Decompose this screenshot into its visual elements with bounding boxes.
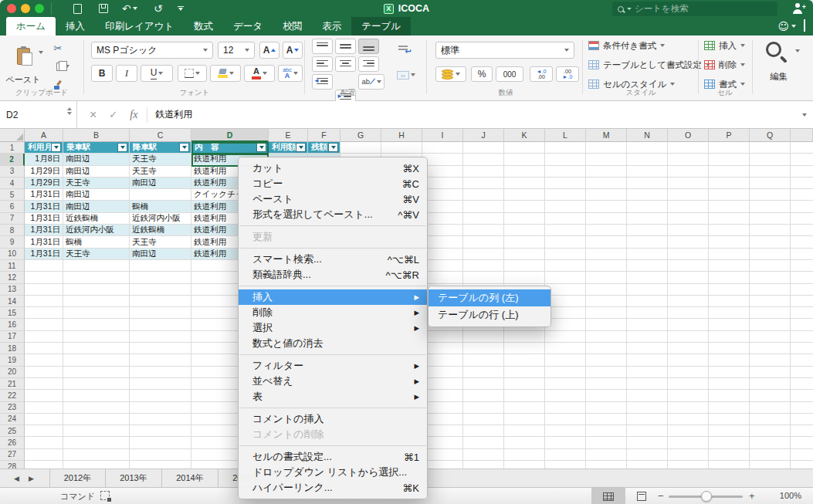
cell-C19[interactable] — [130, 354, 191, 366]
cell-B3[interactable]: 南田辺 — [63, 166, 130, 178]
cell-I28[interactable] — [422, 461, 463, 468]
filter-button[interactable] — [51, 143, 61, 152]
cell-K1[interactable] — [504, 142, 545, 154]
cell-J21[interactable] — [463, 378, 504, 390]
number-format-combo[interactable]: 標準 — [435, 42, 574, 59]
cell-N14[interactable] — [627, 296, 668, 307]
cell-N24[interactable] — [627, 414, 668, 425]
cell-A21[interactable] — [25, 378, 63, 390]
cell-J22[interactable] — [463, 390, 504, 401]
cell-Q2[interactable] — [750, 154, 791, 165]
cell-O28[interactable] — [668, 461, 709, 468]
cell-M17[interactable] — [586, 331, 627, 343]
cell-A27[interactable] — [25, 449, 63, 461]
cell-P6[interactable] — [709, 201, 750, 212]
name-box-stepper[interactable] — [67, 107, 72, 115]
zoom-slider-knob[interactable] — [701, 491, 712, 502]
cell-K25[interactable] — [504, 425, 545, 437]
cell-L25[interactable] — [545, 425, 586, 437]
row-header-8[interactable]: 8 — [0, 225, 25, 236]
context-menu-item-0[interactable]: カット⌘X — [239, 161, 427, 176]
row-header-26[interactable]: 26 — [0, 437, 25, 448]
cell-K6[interactable] — [504, 201, 545, 212]
cell-M21[interactable] — [586, 378, 627, 390]
cell-B16[interactable] — [63, 319, 130, 330]
cell-I6[interactable] — [422, 201, 463, 212]
cell-P5[interactable] — [709, 189, 750, 201]
increase-decimal-button[interactable]: ◄.0.00 — [530, 66, 553, 82]
cell-A3[interactable]: 1月29日 — [25, 166, 63, 178]
cell-Q9[interactable] — [750, 236, 791, 248]
cell-N9[interactable] — [627, 236, 668, 248]
cell-O26[interactable] — [668, 437, 709, 448]
redo-button[interactable]: ↺ — [154, 0, 163, 17]
cell-J28[interactable] — [463, 461, 504, 468]
formula-input[interactable]: 鉄道利用 — [155, 108, 192, 121]
cell-A19[interactable] — [25, 354, 63, 366]
cell-Q8[interactable] — [750, 225, 791, 236]
cell-P27[interactable] — [709, 449, 750, 461]
cell-Q26[interactable] — [750, 437, 791, 448]
cell-A12[interactable] — [25, 272, 63, 283]
ribbon-tab-7[interactable]: テーブル — [351, 17, 411, 36]
cell-J27[interactable] — [463, 449, 504, 461]
cell-M5[interactable] — [586, 189, 627, 201]
ribbon-tab-5[interactable]: 校閲 — [273, 17, 312, 36]
cell-O13[interactable] — [668, 284, 709, 296]
cell-B14[interactable] — [63, 296, 130, 307]
cell-C21[interactable] — [130, 378, 191, 390]
column-header-A[interactable]: A — [25, 129, 63, 142]
cell-L9[interactable] — [545, 236, 586, 248]
column-header-P[interactable]: P — [709, 129, 750, 142]
cell-L5[interactable] — [545, 189, 586, 201]
cell-O1[interactable] — [668, 142, 709, 154]
context-menu-item-1[interactable]: コピー⌘C — [239, 176, 427, 191]
cell-B26[interactable] — [63, 437, 130, 448]
cell-Q4[interactable] — [750, 178, 791, 189]
cell-N7[interactable] — [627, 213, 668, 225]
column-header-H[interactable]: H — [381, 129, 422, 142]
cell-J18[interactable] — [463, 343, 504, 354]
cell-L4[interactable] — [545, 178, 586, 189]
merge-cells-button[interactable]: ↔ — [391, 68, 422, 82]
column-header-D[interactable]: D — [191, 129, 269, 142]
cell-J24[interactable] — [463, 414, 504, 425]
cell-Q22[interactable] — [750, 390, 791, 401]
cell-O9[interactable] — [668, 236, 709, 248]
cell-P26[interactable] — [709, 437, 750, 448]
cell-I12[interactable] — [422, 272, 463, 283]
cell-K27[interactable] — [504, 449, 545, 461]
cell-L17[interactable] — [545, 331, 586, 343]
zoom-window-button[interactable] — [35, 4, 44, 13]
column-header-O[interactable]: O — [668, 129, 709, 142]
cell-N19[interactable] — [627, 354, 668, 366]
cell-K10[interactable] — [504, 249, 545, 260]
share-button[interactable]: + — [792, 3, 805, 14]
font-color-button[interactable]: A — [244, 65, 275, 82]
cell-Q27[interactable] — [750, 449, 791, 461]
cell-I7[interactable] — [422, 213, 463, 225]
cells-item-0[interactable]: 挿入 — [704, 38, 745, 53]
cell-A17[interactable] — [25, 331, 63, 343]
cell-M9[interactable] — [586, 236, 627, 248]
cell-B20[interactable] — [63, 367, 130, 378]
cell-A2[interactable]: 1月8日 — [25, 154, 63, 165]
minimize-window-button[interactable] — [21, 4, 30, 13]
table-header-C1[interactable]: 降車駅 — [130, 142, 191, 154]
sheet-tab-0[interactable]: 2012年 — [49, 469, 106, 487]
cell-N10[interactable] — [627, 249, 668, 260]
cell-B24[interactable] — [63, 414, 130, 425]
context-menu-item-7[interactable]: スマート検索...^⌥⌘L — [239, 252, 427, 267]
cell-O18[interactable] — [668, 343, 709, 354]
cell-A23[interactable] — [25, 402, 63, 414]
collapse-ribbon-button[interactable] — [804, 21, 805, 32]
cell-K20[interactable] — [504, 367, 545, 378]
cell-M10[interactable] — [586, 249, 627, 260]
cell-L12[interactable] — [545, 272, 586, 283]
cell-C26[interactable] — [130, 437, 191, 448]
cell-Q3[interactable] — [750, 166, 791, 178]
cell-I4[interactable] — [422, 178, 463, 189]
cell-I22[interactable] — [422, 390, 463, 401]
cell-C2[interactable]: 天王寺 — [130, 154, 191, 165]
cell-P19[interactable] — [709, 354, 750, 366]
